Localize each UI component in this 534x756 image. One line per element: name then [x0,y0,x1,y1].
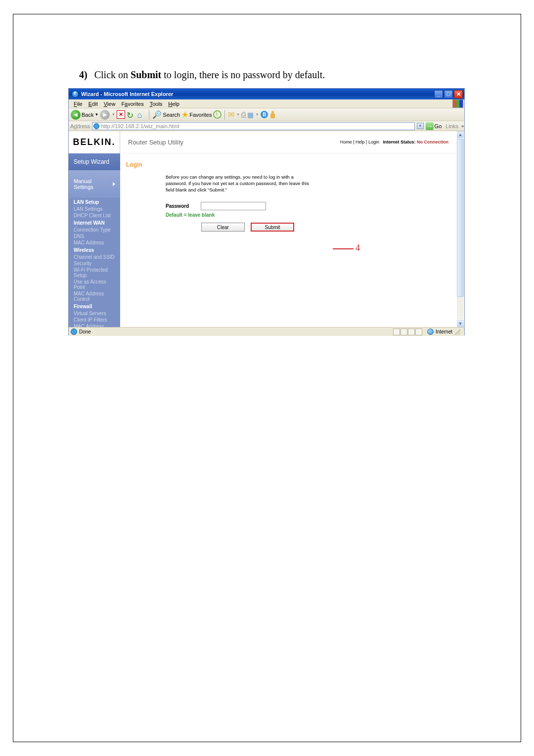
messenger-icon[interactable] [269,111,276,118]
callout-number: 4 [356,243,360,253]
nav-mac-address[interactable]: MAC Address [69,239,120,246]
titlebar[interactable]: Wizard - Microsoft Internet Explorer _ □… [69,89,464,99]
favorites-button[interactable]: ★Favorites [181,110,212,119]
menu-tools[interactable]: Tools [147,101,166,107]
utility-header: Router Setup Utility Home | Help | Login… [120,131,456,153]
windows-flag-icon[interactable] [452,99,463,108]
instruction-step-4: 4)Click on Submit to login, there is no … [79,69,325,81]
window-title: Wizard - Microsoft Internet Explorer [81,91,173,97]
status-value: No Connection [417,140,448,144]
nav-section-wan: Internet WAN [69,219,120,227]
status-done: Done [79,329,91,334]
step-number: 4) [79,69,88,80]
nav-wps[interactable]: Wi-Fi Protected Setup [69,267,120,279]
nav-ip-filters[interactable]: Client IP Filters [69,317,120,323]
page-icon [93,123,99,129]
header-links: Home | Help | Login Internet Status: No … [340,140,448,144]
resize-grip[interactable] [454,329,460,335]
brand-logo: BELKIN. [69,131,120,153]
home-button[interactable]: ⌂ [137,110,146,119]
print-button[interactable]: ⎙ [241,110,246,119]
close-button[interactable]: ✕ [454,90,463,98]
clear-button[interactable]: Clear [201,223,245,232]
login-heading: Login [120,153,456,172]
address-label: Address [70,123,90,129]
toolbar: ◄Back ▼ ► ▼ ✕ ↻ ⌂ 🔍Search ★Favorites ✉▼ … [69,108,464,121]
password-input[interactable] [201,202,266,210]
address-dropdown[interactable]: ▼ [417,123,424,129]
header-help-link[interactable]: Help [356,140,365,144]
menubar: File Edit View Favorites Tools Help [69,99,464,108]
nav-mac-filtering[interactable]: MAC Address Filtering [69,323,120,327]
login-form: Password Default = leave blank Clear Sub… [120,193,456,232]
statusbar: Done Internet [69,327,464,336]
submit-button[interactable]: Submit [251,223,294,232]
nav-mac-control[interactable]: MAC Address Control [69,290,120,302]
scrollbar-thumb[interactable] [457,139,464,297]
bluetooth-icon[interactable]: B [261,111,268,118]
stop-button[interactable]: ✕ [117,110,125,119]
login-description: Before you can change any settings, you … [120,172,313,193]
header-home-link[interactable]: Home [340,140,352,144]
address-bar: Address http://192.168.2.1/wiz_main.html… [69,121,464,131]
search-button[interactable]: 🔍Search [152,110,180,119]
manual-settings-link[interactable]: Manual Settings [69,170,120,198]
history-button[interactable] [213,110,222,119]
menu-view[interactable]: View [101,101,119,107]
links-label[interactable]: Links [445,123,458,129]
maximize-button[interactable]: □ [444,90,453,98]
nav-section-firewall: Firewall [69,302,120,310]
status-segments [393,329,422,335]
nav-channel-ssid[interactable]: Channel and SSID [69,254,120,260]
menu-edit[interactable]: Edit [86,101,101,107]
callout-line [333,248,354,249]
edit-button[interactable]: ▦ [247,111,254,119]
nav-connection-type[interactable]: Connection Type [69,227,120,233]
status-label: Internet Status: [383,140,415,144]
mail-button[interactable]: ✉ [228,110,234,119]
status-zone: Internet [436,329,452,334]
ie-icon [72,91,79,97]
address-input[interactable]: http://192.168.2.1/wiz_main.html [92,122,414,130]
scrollbar-track[interactable] [457,139,464,320]
links-chevron-icon[interactable]: » [461,124,463,129]
browser-window: Wizard - Microsoft Internet Explorer _ □… [68,88,465,335]
header-login-link[interactable]: Login [368,140,379,144]
nav-section-lan: LAN Setup [69,198,120,206]
minimize-button[interactable]: _ [434,90,443,98]
status-page-icon [71,329,77,335]
nav-ap-mode[interactable]: Use as Access Point [69,279,120,290]
nav-dns[interactable]: DNS [69,233,120,239]
go-button[interactable]: →Go [426,122,442,130]
setup-wizard-link[interactable]: Setup Wizard [69,153,120,170]
refresh-button[interactable]: ↻ [127,110,135,119]
toolbar-separator [224,110,225,120]
menu-favorites[interactable]: Favorites [118,101,146,107]
back-button[interactable]: ◄Back ▼ [71,110,98,120]
nav-security[interactable]: Security [69,260,120,267]
sidebar: BELKIN. Setup Wizard Manual Settings LAN… [69,131,120,327]
nav-section-wireless: Wireless [69,246,120,254]
main-content: Router Setup Utility Home | Help | Login… [120,131,456,327]
content-area: ▲ ▼ BELKIN. Setup Wizard Manual Settings… [69,131,464,327]
globe-icon [427,329,434,335]
nav-virtual-servers[interactable]: Virtual Servers [69,310,120,317]
nav-dhcp-clients[interactable]: DHCP Client List [69,212,120,219]
password-label: Password [166,203,189,209]
toolbar-separator [149,110,149,120]
menu-help[interactable]: Help [165,101,182,107]
menu-file[interactable]: File [71,101,86,107]
nav-lan-settings[interactable]: LAN Settings [69,206,120,212]
default-hint: Default = leave blank [166,210,456,218]
utility-title: Router Setup Utility [128,139,183,146]
forward-button[interactable]: ► [100,110,110,120]
scroll-down-button[interactable]: ▼ [457,320,464,327]
scroll-up-button[interactable]: ▲ [457,131,464,138]
